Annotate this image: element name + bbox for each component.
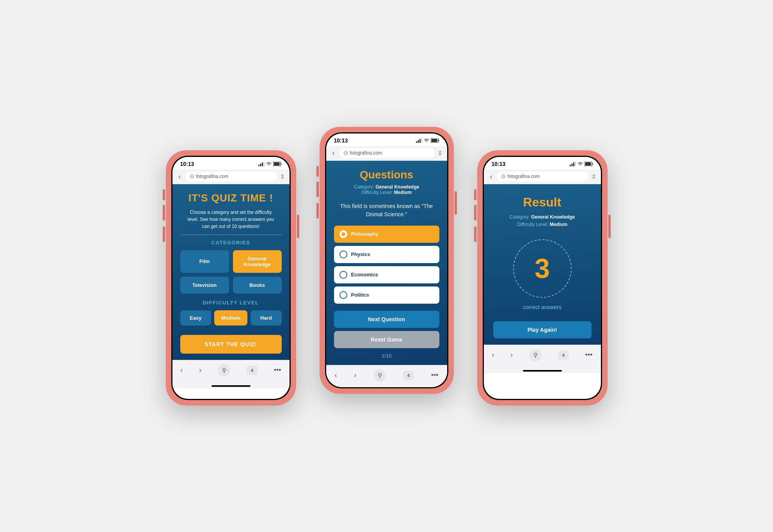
svg-rect-1 (260, 164, 261, 166)
share-icon-2[interactable]: ⇫ (438, 150, 442, 156)
url-bar-2[interactable]: fotografina.com (339, 148, 435, 158)
svg-rect-10 (418, 140, 419, 143)
phone-2: 10:13 (320, 127, 454, 394)
signal-icon-1 (258, 162, 265, 166)
cat-books[interactable]: Books (233, 277, 282, 294)
nav-more-btn-3[interactable]: ••• (585, 351, 593, 359)
nav-fwd-btn-3[interactable]: › (510, 351, 513, 359)
categories-grid: Film General Knowledge Television Books (180, 250, 282, 294)
answer-option-1[interactable]: Physics (334, 246, 439, 263)
play-again-button[interactable]: Play Again! (493, 321, 592, 338)
q-difficulty-label: Difficulty Level: (361, 190, 393, 195)
globe-icon-3 (501, 174, 506, 179)
wifi-icon-2 (424, 139, 429, 142)
answer-label-0: Philosophy (351, 231, 379, 237)
svg-rect-21 (575, 162, 576, 166)
cat-film[interactable]: Film (180, 250, 229, 273)
start-quiz-button[interactable]: START THE QUIZ! (180, 335, 282, 354)
answer-label-1: Physics (351, 251, 370, 257)
diff-hard[interactable]: Hard (251, 310, 281, 326)
correct-label: correct answers (523, 304, 562, 310)
browser-bar-1: ‹ fotografina.com ⇫ (172, 169, 290, 184)
nav-back-3[interactable]: ‹ (489, 172, 494, 181)
diff-easy[interactable]: Easy (180, 310, 211, 326)
bottom-nav-3: ‹ › ⚲ 4 ••• (484, 345, 601, 368)
question-progress: 1/10 (334, 353, 439, 359)
nav-back-btn-2[interactable]: ‹ (334, 371, 337, 379)
nav-back-2[interactable]: ‹ (331, 148, 336, 158)
share-icon-1[interactable]: ⇫ (280, 173, 285, 180)
diff-medium[interactable]: Medium (214, 310, 247, 326)
score-number: 3 (535, 255, 550, 282)
status-time-2: 10:13 (334, 137, 348, 144)
answer-option-3[interactable]: Politics (334, 286, 439, 304)
result-difficulty-label: Difficulty Level: (517, 222, 548, 227)
reset-game-button[interactable]: Reset Game (334, 331, 439, 348)
bottom-nav-2: ‹ › ⚲ 4 ••• (326, 365, 447, 387)
nav-back-btn-3[interactable]: ‹ (492, 351, 494, 359)
nav-tabs-btn-2[interactable]: 4 (403, 371, 414, 380)
globe-icon-1 (190, 174, 194, 179)
status-bar-1: 10:13 (172, 157, 290, 169)
share-icon-3[interactable]: ⇫ (592, 173, 596, 180)
result-category-label: Category: (510, 214, 530, 220)
status-icons-1 (258, 162, 282, 166)
status-bar-2: 10:13 (326, 133, 447, 146)
answer-label-3: Politics (351, 292, 369, 298)
status-time-3: 10:13 (492, 161, 506, 167)
nav-fwd-btn-2[interactable]: › (354, 371, 356, 379)
questions-meta: Category: General Knowledge Difficulty L… (334, 184, 439, 195)
home-indicator-1 (172, 383, 290, 388)
radio-3 (339, 291, 347, 299)
nav-tabs-btn-3[interactable]: 4 (558, 351, 569, 360)
browser-bar-2: ‹ fotografina.com ⇫ (326, 146, 447, 161)
result-category-value: General Knowledge (531, 214, 575, 220)
screen1-content: IT'S QUIZ TIME ! Choose a category and s… (172, 184, 290, 360)
signal-icon-3 (570, 162, 576, 166)
svg-rect-0 (258, 165, 259, 166)
score-circle: 3 (513, 239, 572, 298)
svg-rect-24 (585, 162, 591, 165)
url-text-3: fotografina.com (508, 174, 540, 179)
cat-television[interactable]: Television (180, 277, 229, 294)
questions-title: Questions (334, 169, 439, 181)
status-icons-3 (570, 162, 593, 166)
svg-rect-6 (274, 162, 279, 165)
quiz-title: IT'S QUIZ TIME ! (180, 192, 282, 204)
phone-3: 10:13 (477, 150, 608, 406)
nav-more-btn-2[interactable]: ••• (431, 371, 439, 379)
svg-rect-18 (570, 165, 571, 166)
result-meta: Category: General Knowledge Difficulty L… (510, 214, 575, 228)
difficulty-grid: Easy Medium Hard (180, 310, 282, 326)
answer-options: Philosophy Physics Economics Politi (334, 226, 439, 304)
next-question-button[interactable]: Next Question (334, 311, 439, 328)
battery-icon-3 (585, 162, 593, 166)
phone-1: 10:13 (166, 150, 296, 406)
divider-1 (180, 235, 282, 235)
nav-search-btn-1[interactable]: ⚲ (218, 364, 230, 377)
answer-option-0[interactable]: Philosophy (334, 226, 439, 243)
nav-fwd-btn-1[interactable]: › (199, 366, 201, 374)
nav-search-btn-3[interactable]: ⚲ (529, 349, 542, 361)
nav-more-btn-1[interactable]: ••• (274, 366, 281, 374)
radio-0 (339, 230, 347, 238)
bottom-nav-1: ‹ › ⚲ 4 ••• (172, 360, 290, 383)
answer-option-2[interactable]: Economics (334, 266, 439, 283)
url-bar-1[interactable]: fotografina.com (186, 172, 277, 181)
svg-rect-12 (421, 138, 422, 143)
status-icons-2 (416, 138, 439, 143)
question-text: This field is sometimes known as "The Di… (334, 202, 439, 219)
nav-search-btn-2[interactable]: ⚲ (373, 369, 386, 382)
wifi-icon-1 (266, 162, 272, 166)
nav-tabs-btn-1[interactable]: 4 (247, 366, 258, 375)
nav-back-1[interactable]: ‹ (177, 172, 183, 181)
nav-back-btn-1[interactable]: ‹ (180, 366, 183, 374)
status-time-1: 10:13 (180, 161, 194, 167)
svg-rect-9 (416, 141, 417, 143)
svg-rect-23 (592, 163, 593, 165)
url-bar-3[interactable]: fotografina.com (497, 172, 588, 181)
radio-2 (339, 271, 347, 279)
cat-general[interactable]: General Knowledge (233, 250, 282, 273)
result-title: Result (523, 195, 562, 210)
wifi-icon-3 (578, 162, 583, 166)
